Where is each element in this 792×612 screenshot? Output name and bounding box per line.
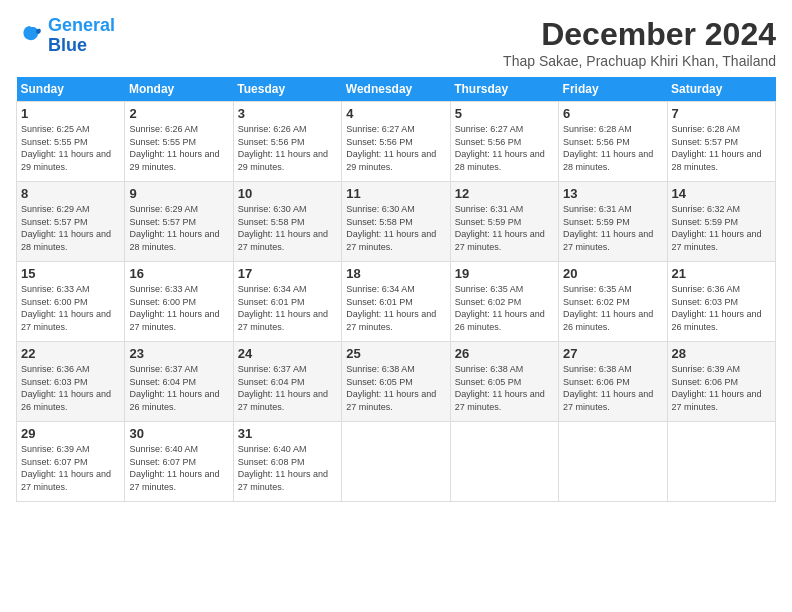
calendar-day-cell: 22 Sunrise: 6:36 AM Sunset: 6:03 PM Dayl… xyxy=(17,342,125,422)
header-tuesday: Tuesday xyxy=(233,77,341,102)
calendar-day-cell: 1 Sunrise: 6:25 AM Sunset: 5:55 PM Dayli… xyxy=(17,102,125,182)
calendar-day-cell: 10 Sunrise: 6:30 AM Sunset: 5:58 PM Dayl… xyxy=(233,182,341,262)
day-number: 19 xyxy=(455,266,554,281)
day-number: 14 xyxy=(672,186,771,201)
day-number: 30 xyxy=(129,426,228,441)
calendar-day-cell: 24 Sunrise: 6:37 AM Sunset: 6:04 PM Dayl… xyxy=(233,342,341,422)
calendar-day-cell: 17 Sunrise: 6:34 AM Sunset: 6:01 PM Dayl… xyxy=(233,262,341,342)
calendar-day-cell: 2 Sunrise: 6:26 AM Sunset: 5:55 PM Dayli… xyxy=(125,102,233,182)
day-number: 20 xyxy=(563,266,662,281)
day-info: Sunrise: 6:33 AM Sunset: 6:00 PM Dayligh… xyxy=(21,283,120,333)
day-number: 2 xyxy=(129,106,228,121)
day-info: Sunrise: 6:38 AM Sunset: 6:05 PM Dayligh… xyxy=(346,363,445,413)
day-number: 27 xyxy=(563,346,662,361)
calendar-day-cell: 7 Sunrise: 6:28 AM Sunset: 5:57 PM Dayli… xyxy=(667,102,775,182)
day-info: Sunrise: 6:39 AM Sunset: 6:07 PM Dayligh… xyxy=(21,443,120,493)
day-number: 21 xyxy=(672,266,771,281)
empty-cell xyxy=(667,422,775,502)
day-number: 25 xyxy=(346,346,445,361)
day-info: Sunrise: 6:25 AM Sunset: 5:55 PM Dayligh… xyxy=(21,123,120,173)
day-number: 22 xyxy=(21,346,120,361)
calendar-day-cell: 23 Sunrise: 6:37 AM Sunset: 6:04 PM Dayl… xyxy=(125,342,233,422)
day-info: Sunrise: 6:28 AM Sunset: 5:57 PM Dayligh… xyxy=(672,123,771,173)
calendar-day-cell: 9 Sunrise: 6:29 AM Sunset: 5:57 PM Dayli… xyxy=(125,182,233,262)
page-header: General Blue December 2024 Thap Sakae, P… xyxy=(16,16,776,69)
calendar-day-cell: 19 Sunrise: 6:35 AM Sunset: 6:02 PM Dayl… xyxy=(450,262,558,342)
logo: General Blue xyxy=(16,16,115,56)
day-number: 1 xyxy=(21,106,120,121)
day-info: Sunrise: 6:40 AM Sunset: 6:07 PM Dayligh… xyxy=(129,443,228,493)
day-info: Sunrise: 6:30 AM Sunset: 5:58 PM Dayligh… xyxy=(238,203,337,253)
empty-cell xyxy=(450,422,558,502)
calendar-day-cell: 30 Sunrise: 6:40 AM Sunset: 6:07 PM Dayl… xyxy=(125,422,233,502)
calendar-day-cell: 16 Sunrise: 6:33 AM Sunset: 6:00 PM Dayl… xyxy=(125,262,233,342)
day-number: 7 xyxy=(672,106,771,121)
day-info: Sunrise: 6:27 AM Sunset: 5:56 PM Dayligh… xyxy=(455,123,554,173)
location-subtitle: Thap Sakae, Prachuap Khiri Khan, Thailan… xyxy=(503,53,776,69)
calendar-week-row: 22 Sunrise: 6:36 AM Sunset: 6:03 PM Dayl… xyxy=(17,342,776,422)
header-thursday: Thursday xyxy=(450,77,558,102)
header-saturday: Saturday xyxy=(667,77,775,102)
day-info: Sunrise: 6:27 AM Sunset: 5:56 PM Dayligh… xyxy=(346,123,445,173)
day-info: Sunrise: 6:28 AM Sunset: 5:56 PM Dayligh… xyxy=(563,123,662,173)
day-info: Sunrise: 6:34 AM Sunset: 6:01 PM Dayligh… xyxy=(346,283,445,333)
calendar-day-cell: 29 Sunrise: 6:39 AM Sunset: 6:07 PM Dayl… xyxy=(17,422,125,502)
day-info: Sunrise: 6:29 AM Sunset: 5:57 PM Dayligh… xyxy=(129,203,228,253)
calendar-day-cell: 8 Sunrise: 6:29 AM Sunset: 5:57 PM Dayli… xyxy=(17,182,125,262)
day-number: 24 xyxy=(238,346,337,361)
day-number: 10 xyxy=(238,186,337,201)
calendar-day-cell: 15 Sunrise: 6:33 AM Sunset: 6:00 PM Dayl… xyxy=(17,262,125,342)
title-block: December 2024 Thap Sakae, Prachuap Khiri… xyxy=(503,16,776,69)
day-number: 17 xyxy=(238,266,337,281)
calendar-day-cell: 20 Sunrise: 6:35 AM Sunset: 6:02 PM Dayl… xyxy=(559,262,667,342)
logo-text: General Blue xyxy=(48,16,115,56)
day-info: Sunrise: 6:31 AM Sunset: 5:59 PM Dayligh… xyxy=(455,203,554,253)
day-number: 12 xyxy=(455,186,554,201)
day-number: 16 xyxy=(129,266,228,281)
day-number: 8 xyxy=(21,186,120,201)
day-info: Sunrise: 6:26 AM Sunset: 5:55 PM Dayligh… xyxy=(129,123,228,173)
day-info: Sunrise: 6:29 AM Sunset: 5:57 PM Dayligh… xyxy=(21,203,120,253)
calendar-day-cell: 3 Sunrise: 6:26 AM Sunset: 5:56 PM Dayli… xyxy=(233,102,341,182)
calendar-day-cell: 6 Sunrise: 6:28 AM Sunset: 5:56 PM Dayli… xyxy=(559,102,667,182)
header-wednesday: Wednesday xyxy=(342,77,450,102)
day-number: 6 xyxy=(563,106,662,121)
day-info: Sunrise: 6:36 AM Sunset: 6:03 PM Dayligh… xyxy=(672,283,771,333)
day-info: Sunrise: 6:35 AM Sunset: 6:02 PM Dayligh… xyxy=(455,283,554,333)
day-number: 18 xyxy=(346,266,445,281)
calendar-week-row: 15 Sunrise: 6:33 AM Sunset: 6:00 PM Dayl… xyxy=(17,262,776,342)
day-info: Sunrise: 6:32 AM Sunset: 5:59 PM Dayligh… xyxy=(672,203,771,253)
empty-cell xyxy=(342,422,450,502)
calendar-day-cell: 27 Sunrise: 6:38 AM Sunset: 6:06 PM Dayl… xyxy=(559,342,667,422)
day-number: 3 xyxy=(238,106,337,121)
day-info: Sunrise: 6:36 AM Sunset: 6:03 PM Dayligh… xyxy=(21,363,120,413)
calendar-week-row: 1 Sunrise: 6:25 AM Sunset: 5:55 PM Dayli… xyxy=(17,102,776,182)
day-number: 23 xyxy=(129,346,228,361)
month-year-title: December 2024 xyxy=(503,16,776,53)
day-number: 4 xyxy=(346,106,445,121)
day-info: Sunrise: 6:39 AM Sunset: 6:06 PM Dayligh… xyxy=(672,363,771,413)
calendar-day-cell: 21 Sunrise: 6:36 AM Sunset: 6:03 PM Dayl… xyxy=(667,262,775,342)
calendar-day-cell: 13 Sunrise: 6:31 AM Sunset: 5:59 PM Dayl… xyxy=(559,182,667,262)
calendar-week-row: 8 Sunrise: 6:29 AM Sunset: 5:57 PM Dayli… xyxy=(17,182,776,262)
calendar-header-row: Sunday Monday Tuesday Wednesday Thursday… xyxy=(17,77,776,102)
calendar-day-cell: 18 Sunrise: 6:34 AM Sunset: 6:01 PM Dayl… xyxy=(342,262,450,342)
calendar-day-cell: 12 Sunrise: 6:31 AM Sunset: 5:59 PM Dayl… xyxy=(450,182,558,262)
day-number: 15 xyxy=(21,266,120,281)
calendar-day-cell: 14 Sunrise: 6:32 AM Sunset: 5:59 PM Dayl… xyxy=(667,182,775,262)
day-info: Sunrise: 6:35 AM Sunset: 6:02 PM Dayligh… xyxy=(563,283,662,333)
day-info: Sunrise: 6:40 AM Sunset: 6:08 PM Dayligh… xyxy=(238,443,337,493)
day-info: Sunrise: 6:37 AM Sunset: 6:04 PM Dayligh… xyxy=(238,363,337,413)
header-monday: Monday xyxy=(125,77,233,102)
day-number: 26 xyxy=(455,346,554,361)
day-number: 9 xyxy=(129,186,228,201)
day-number: 13 xyxy=(563,186,662,201)
calendar-day-cell: 11 Sunrise: 6:30 AM Sunset: 5:58 PM Dayl… xyxy=(342,182,450,262)
day-info: Sunrise: 6:38 AM Sunset: 6:05 PM Dayligh… xyxy=(455,363,554,413)
calendar-day-cell: 26 Sunrise: 6:38 AM Sunset: 6:05 PM Dayl… xyxy=(450,342,558,422)
calendar-day-cell: 31 Sunrise: 6:40 AM Sunset: 6:08 PM Dayl… xyxy=(233,422,341,502)
header-friday: Friday xyxy=(559,77,667,102)
day-number: 11 xyxy=(346,186,445,201)
day-info: Sunrise: 6:30 AM Sunset: 5:58 PM Dayligh… xyxy=(346,203,445,253)
day-info: Sunrise: 6:34 AM Sunset: 6:01 PM Dayligh… xyxy=(238,283,337,333)
